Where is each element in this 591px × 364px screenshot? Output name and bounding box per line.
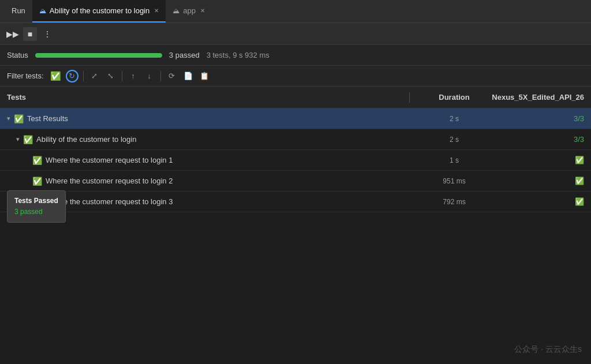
filter-divider-1 — [83, 71, 84, 81]
progress-bar — [35, 53, 162, 58]
tooltip-value: 3 passed — [14, 207, 58, 217]
status-test1: ✅ — [492, 156, 584, 164]
up-arrow-icon: ↑ — [131, 72, 135, 80]
import-icon: 📋 — [200, 72, 209, 80]
stop-icon: ■ — [28, 29, 32, 39]
play-button[interactable]: ▶▶ — [6, 27, 20, 41]
tab-ability-close[interactable]: ✕ — [154, 7, 159, 14]
header-divider — [409, 92, 410, 103]
tab-app[interactable]: ⛰ app ✕ — [166, 0, 212, 22]
duration-test3: 792 ms — [417, 198, 492, 206]
tab-app-icon: ⛰ — [173, 7, 179, 15]
table-body: ▾ ✅ Test Results 2 s 3/3 ▾ ✅ Ability of … — [0, 108, 591, 212]
export-button[interactable]: 📄 — [182, 70, 194, 82]
filter-label: Filter tests: — [7, 72, 44, 80]
status-ability-suite: 3/3 — [492, 135, 584, 144]
table-row[interactable]: ✅ Where the customer request to login 1 … — [0, 150, 591, 171]
filter-bar: Filter tests: ✅ ↻ ⤢ ⤡ ↑ ↓ ⟳ 📄 📋 — [0, 66, 591, 87]
table-row[interactable]: ✅ Where the customer request to login 3 … — [0, 192, 591, 212]
duration-test-results: 2 s — [417, 115, 492, 123]
expand-all-button[interactable]: ⤢ — [88, 70, 101, 82]
duration-test1: 1 s — [417, 156, 492, 164]
label-test1: Where the customer request to login 1 — [46, 156, 173, 164]
label-test2: Where the customer request to login 2 — [46, 177, 173, 185]
col-tests: Tests — [7, 93, 409, 102]
table-row[interactable]: ✅ Where the customer request to login 2 … — [0, 171, 591, 192]
history-icon: ⟳ — [169, 72, 175, 80]
tab-ability-label: Ability of the customer to login — [50, 6, 149, 15]
pass-icon-test1: ✅ — [32, 156, 42, 165]
tab-ability[interactable]: ⛰ Ability of the customer to login ✕ — [32, 0, 166, 22]
row-name-test1: ✅ Where the customer request to login 1 — [32, 156, 417, 165]
pass-icon-test2: ✅ — [32, 177, 42, 186]
filter-divider-2 — [122, 71, 122, 81]
play-icon: ▶▶ — [6, 29, 19, 39]
filter-running-button[interactable]: ↻ — [66, 70, 78, 82]
duration-ability-suite: 2 s — [417, 136, 492, 144]
label-ability-suite: Ability of the customer to login — [36, 135, 136, 144]
status-test-results: 3/3 — [492, 114, 584, 123]
duration-test2: 951 ms — [417, 177, 492, 185]
tab-bar: Run ⛰ Ability of the customer to login ✕… — [0, 0, 591, 23]
collapse-all-button[interactable]: ⤡ — [104, 70, 117, 82]
filter-passed-button[interactable]: ✅ — [50, 70, 62, 82]
import-button[interactable]: 📋 — [198, 70, 211, 82]
table-row[interactable]: ▾ ✅ Test Results 2 s 3/3 — [0, 108, 591, 129]
row-name-test3: ✅ Where the customer request to login 3 — [32, 197, 417, 207]
status-test3: ✅ — [492, 197, 584, 206]
tab-app-label: app — [183, 6, 196, 15]
col-device: Nexus_5X_Edited_API_26 — [492, 93, 584, 102]
collapse-all-icon: ⤡ — [107, 72, 114, 80]
status-detail: 3 tests, 9 s 932 ms — [207, 51, 270, 59]
progress-bar-fill — [35, 53, 162, 58]
export-icon: 📄 — [184, 72, 193, 80]
status-label: Status — [7, 51, 28, 59]
tooltip: Tests Passed 3 passed — [7, 190, 66, 223]
status-bar: Status 3 passed 3 tests, 9 s 932 ms — [0, 45, 591, 66]
expand-all-icon: ⤢ — [91, 72, 98, 80]
col-duration: Duration — [417, 93, 492, 102]
chevron-test-results: ▾ — [7, 115, 10, 122]
toolbar: ▶▶ ■ ⋮ — [0, 23, 591, 45]
history-button[interactable]: ⟳ — [166, 70, 178, 82]
pass-icon-test-results: ✅ — [14, 114, 24, 123]
passed-count: 3 passed — [169, 51, 200, 59]
filter-divider-3 — [160, 71, 161, 81]
filter-passed-icon: ✅ — [50, 71, 61, 81]
more-icon: ⋮ — [43, 29, 51, 39]
status-test2: ✅ — [492, 177, 584, 185]
table-row[interactable]: ▾ ✅ Ability of the customer to login 2 s… — [0, 129, 591, 150]
tab-app-close[interactable]: ✕ — [200, 7, 205, 14]
chevron-ability-suite: ▾ — [16, 136, 20, 143]
row-name-test2: ✅ Where the customer request to login 2 — [32, 177, 417, 186]
next-button[interactable]: ↓ — [143, 70, 156, 82]
watermark: 公众号 · 云云众生s — [514, 344, 582, 355]
filter-running-icon: ↻ — [69, 72, 75, 80]
tab-ability-icon: ⛰ — [39, 7, 46, 15]
prev-button[interactable]: ↑ — [127, 70, 140, 82]
pass-icon-ability-suite: ✅ — [23, 135, 33, 144]
table-header: Tests Duration Nexus_5X_Edited_API_26 — [0, 87, 591, 108]
row-name-test-results: ▾ ✅ Test Results — [7, 114, 417, 123]
more-button[interactable]: ⋮ — [40, 27, 54, 41]
tab-run[interactable]: Run — [5, 0, 32, 22]
down-arrow-icon: ↓ — [147, 72, 151, 80]
stop-button[interactable]: ■ — [23, 27, 37, 41]
tab-run-label: Run — [12, 6, 25, 15]
row-name-ability-suite: ▾ ✅ Ability of the customer to login — [16, 135, 417, 144]
label-test-results: Test Results — [27, 114, 68, 123]
tooltip-title: Tests Passed — [14, 196, 58, 207]
